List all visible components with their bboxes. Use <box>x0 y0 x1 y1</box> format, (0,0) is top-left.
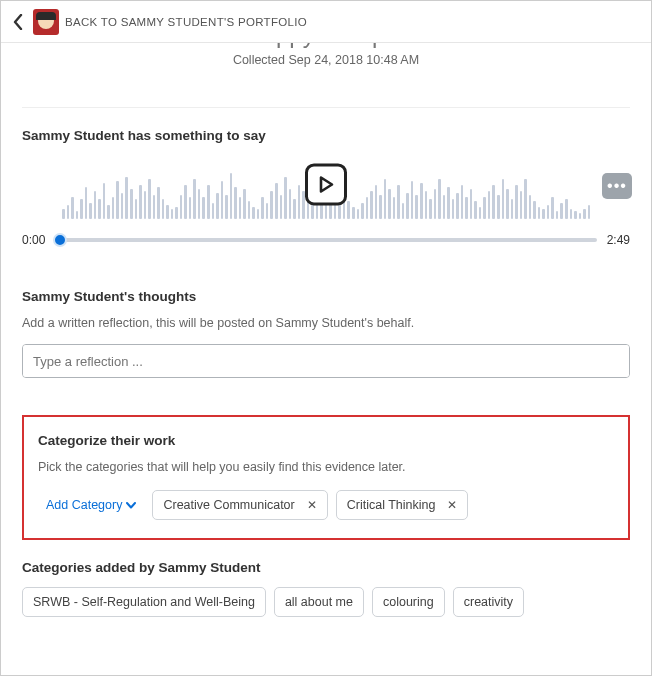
category-chip-label: Creative Communicator <box>163 498 294 512</box>
add-category-button[interactable]: Add Category <box>38 492 144 518</box>
collected-timestamp: Collected Sep 24, 2018 10:48 AM <box>22 53 630 67</box>
categorize-heading: Categorize their work <box>38 433 614 448</box>
category-chip-label: Critical Thinking <box>347 498 436 512</box>
page-title: Happy Camper <box>22 43 630 49</box>
remove-category-icon[interactable]: ✕ <box>307 499 317 511</box>
play-button[interactable] <box>305 163 347 205</box>
audio-waveform <box>22 155 630 219</box>
categorize-helper: Pick the categories that will help you e… <box>38 460 614 474</box>
student-category-chip: creativity <box>453 587 524 617</box>
remove-category-icon[interactable]: ✕ <box>447 499 457 511</box>
student-category-chip: all about me <box>274 587 364 617</box>
student-category-chip: SRWB - Self-Regulation and Well-Being <box>22 587 266 617</box>
thoughts-helper: Add a written reflection, this will be p… <box>22 316 630 330</box>
audio-heading: Sammy Student has something to say <box>22 128 630 143</box>
divider <box>22 107 630 108</box>
audio-scrubber-thumb[interactable] <box>53 233 67 247</box>
category-chip[interactable]: Creative Communicator✕ <box>152 490 327 520</box>
student-category-chip: colouring <box>372 587 445 617</box>
reflection-input[interactable] <box>22 344 630 378</box>
avatar <box>33 9 59 35</box>
thoughts-heading: Sammy Student's thoughts <box>22 289 630 304</box>
back-chevron[interactable] <box>9 7 27 37</box>
back-link[interactable]: BACK TO SAMMY STUDENT'S PORTFOLIO <box>65 16 307 28</box>
categorize-highlight-box: Categorize their work Pick the categorie… <box>22 415 630 540</box>
audio-time-end: 2:49 <box>607 233 630 247</box>
student-categories-heading: Categories added by Sammy Student <box>22 560 630 575</box>
audio-time-start: 0:00 <box>22 233 45 247</box>
category-chip[interactable]: Critical Thinking✕ <box>336 490 469 520</box>
audio-scrubber[interactable] <box>55 238 596 242</box>
chevron-down-icon <box>126 502 136 509</box>
add-category-label: Add Category <box>46 498 122 512</box>
